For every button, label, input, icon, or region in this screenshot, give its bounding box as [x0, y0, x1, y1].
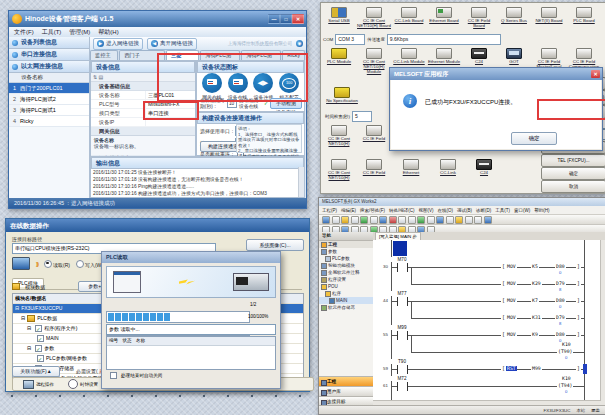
module-mid-ccie-cont[interactable]: CC IE Cont NET/10(H): [322, 125, 356, 147]
menu-file[interactable]: 文件(F): [14, 28, 34, 37]
melsoft-ok-button[interactable]: 确定: [511, 132, 557, 145]
sort-icon[interactable]: ⇅: [93, 74, 97, 80]
toolbar-icon[interactable]: [427, 216, 435, 224]
menu-manage[interactable]: 管理(M): [69, 28, 90, 37]
toolbar-icon[interactable]: [455, 216, 463, 224]
toolbar-icon[interactable]: [484, 216, 492, 224]
ladder-rung[interactable]: 59 T90 [ RST M99 ]: [373, 359, 601, 376]
nav-tree-item[interactable]: POU: [319, 283, 373, 290]
toolbar-icon[interactable]: [332, 216, 340, 224]
module-ethernet-module[interactable]: Ethernet Module: [427, 48, 461, 65]
ladder-rung[interactable]: 30 M70 [ MOV K5 D80 ] 0: [373, 257, 601, 274]
sidebar-section-ethernet[interactable]: 以太网连接信息: [9, 61, 89, 73]
module-bot-ccie-field[interactable]: CC IE Field: [357, 159, 391, 176]
gx-menu-diagnostics[interactable]: 诊断(D): [476, 208, 491, 213]
gx-menu-find[interactable]: 搜索/替换(F): [360, 208, 385, 213]
nav-tree-item[interactable]: 程序设置: [319, 276, 373, 283]
tab-ricky[interactable]: Ricky: [282, 50, 305, 60]
gx-menu-help[interactable]: 帮助(H): [534, 208, 549, 213]
nav-project-selector[interactable]: 工程: [319, 241, 373, 248]
nav-tree-item[interactable]: 全局软元件注释: [319, 269, 373, 276]
nav-tree-item[interactable]: 智能功能模块: [319, 262, 373, 269]
module-bot-ccie-cont[interactable]: CC IE Cont NET/10(H): [322, 159, 356, 181]
time-check-field[interactable]: 5: [352, 111, 372, 122]
nav-button-project[interactable]: 工程: [319, 376, 373, 386]
enter-network-button[interactable]: ▶进入网络链接: [93, 38, 143, 50]
module-cclink-module[interactable]: CC-Link Module: [392, 48, 426, 65]
ladder-branch[interactable]: [ MOV K31 D79 ] 8: [373, 308, 601, 325]
hinode-titlebar[interactable]: Hinode设备管理客户端 v1.5 — □ ✕: [9, 11, 306, 27]
sidebar-section-device-list[interactable]: 设备列表信息: [9, 37, 89, 49]
module-plc-module[interactable]: PLC Module: [322, 48, 356, 65]
nav-tree-item[interactable]: 参数: [319, 248, 373, 255]
radio-read[interactable]: 读取(R): [44, 260, 70, 268]
gx-menu-debug[interactable]: 调试(B): [457, 208, 472, 213]
toolbar-icon[interactable]: [370, 216, 378, 224]
close-button[interactable]: ✕: [292, 14, 304, 24]
toolbar-icon[interactable]: [398, 216, 406, 224]
module-serial-usb[interactable]: Serial USB: [322, 7, 356, 24]
ladder-branch[interactable]: K10 (T90) 0: [373, 342, 601, 359]
speed-value-field[interactable]: 9.6Kbps: [387, 34, 501, 45]
prop-row[interactable]: PLC型号Mitsubishi-FX: [91, 100, 195, 109]
remote-operation-button[interactable]: 远程操作: [23, 380, 54, 389]
ladder-branch[interactable]: [ MOV K29 D79 ] 8: [373, 274, 601, 291]
output-scrollbar[interactable]: [298, 167, 304, 197]
manual-detect-button[interactable]: 手动检测设备在线: [270, 98, 302, 109]
row-checkbox[interactable]: [37, 335, 44, 342]
module-mid-ccie-field[interactable]: CC IE Field: [357, 125, 391, 142]
row-checkbox[interactable]: [35, 345, 42, 352]
ladder-rung[interactable]: 55 M99 [ MOV K9 D80 ] 0: [373, 325, 601, 342]
device-row[interactable]: 1西门子200PLC01: [9, 83, 89, 94]
auto-detect-check[interactable]: ✓: [264, 101, 268, 106]
ladder-canvas[interactable]: 30 M70 [ MOV K5 D80 ] 0 [ MOV K29: [373, 240, 601, 401]
toolbar-icon[interactable]: [436, 216, 444, 224]
document-tab[interactable]: [写入监视] MAIN 步: [375, 232, 421, 240]
module-ethernet-board[interactable]: Ethernet Board: [427, 7, 461, 24]
module-cclink-board[interactable]: CC-Link Board: [392, 7, 426, 24]
toolbar-icon[interactable]: [341, 216, 349, 224]
gx-menu-view[interactable]: 视图(V): [419, 208, 434, 213]
device-row[interactable]: 2海得PLC测试2: [9, 94, 89, 105]
toolbar-icon[interactable]: [379, 216, 387, 224]
clock-setting-button[interactable]: 时钟设置: [68, 379, 98, 389]
toolbar-icon[interactable]: [417, 216, 425, 224]
module-bot-ethernet[interactable]: Ethernet: [394, 159, 428, 176]
toolbar-icon[interactable]: [322, 216, 330, 224]
nav-tree-item[interactable]: 程序: [319, 290, 373, 297]
toolbar-icon[interactable]: [351, 216, 359, 224]
gxworks-titlebar[interactable]: MELSOFT系列 GX Works2: [319, 198, 605, 206]
nav-tree-item-main[interactable]: MAIN: [319, 297, 373, 304]
module-q-series-bus[interactable]: Q Series Bus: [497, 7, 531, 24]
module-bot-c24[interactable]: C24: [467, 159, 501, 176]
prop-row[interactable]: 接口类型串口连接: [91, 109, 195, 118]
toolbar-icon[interactable]: [446, 216, 454, 224]
toolbar-icon[interactable]: [360, 216, 368, 224]
toolbar-icon[interactable]: [389, 216, 397, 224]
radio-write[interactable]: 写入(W): [76, 260, 103, 268]
nav-tree-item[interactable]: PLC参数: [319, 255, 373, 262]
ladder-rung[interactable]: 61 M72 K10 (T94) 0: [373, 376, 601, 393]
tab-siemens200[interactable]: 西门子200PLC01: [119, 50, 165, 60]
tab-mitsubishi-plc06[interactable]: 三菱PLC06: [166, 50, 200, 60]
leave-network-button[interactable]: ◀离开网络链接: [147, 38, 197, 50]
tab-haide-test1[interactable]: 海得PLC测试1: [241, 50, 281, 60]
maximize-button[interactable]: □: [280, 14, 292, 24]
module-c24[interactable]: C24: [462, 48, 496, 65]
sidebar-section-serial[interactable]: 串口连接信息: [9, 49, 89, 61]
toolbar-icon[interactable]: [474, 216, 482, 224]
melsoft-dialog-close-icon[interactable]: ✕: [591, 70, 600, 78]
editor-vscrollbar[interactable]: [600, 240, 605, 406]
gx-menu-window[interactable]: 窗口(W): [514, 208, 530, 213]
module-no-specification[interactable]: No Specification: [322, 87, 362, 104]
plc-read-titlebar[interactable]: PLC读取: [102, 252, 280, 263]
row-checkbox[interactable]: [35, 325, 42, 332]
gx-menu-compile[interactable]: 转换/编译(C): [389, 208, 415, 213]
module-ccie-cont-module[interactable]: CC IE Cont NET/10(H) Module: [357, 48, 391, 75]
transfer-cancel-button[interactable]: 取消: [541, 180, 605, 193]
group-basic[interactable]: 设备基础信息: [91, 82, 195, 91]
related-functions-button[interactable]: 关联功能(F)▲: [12, 366, 60, 377]
nav-tree-item[interactable]: 软元件存储器: [319, 304, 373, 311]
module-got[interactable]: GOT: [497, 48, 531, 65]
melsoft-dialog-titlebar[interactable]: MELSOFT 应用程序 ✕: [390, 68, 602, 80]
